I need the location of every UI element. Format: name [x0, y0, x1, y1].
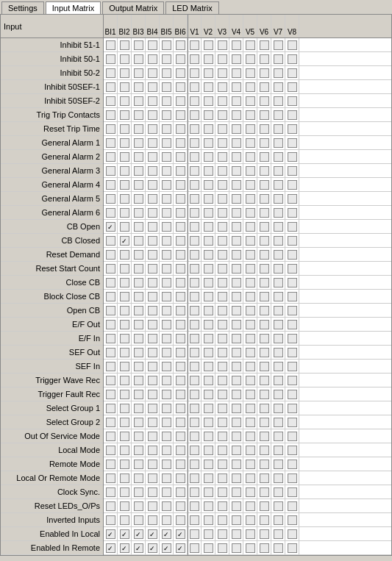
cell-r14-c6[interactable] [188, 234, 202, 248]
cell-r7-c12[interactable] [271, 136, 285, 150]
checkbox-r18-c5[interactable] [176, 292, 185, 301]
cell-r15-c11[interactable] [257, 248, 271, 262]
checkbox-r23-c5[interactable] [176, 362, 185, 371]
cell-r16-c4[interactable] [160, 262, 174, 276]
checkbox-r11-c4[interactable] [162, 194, 171, 204]
checkbox-r20-c3[interactable] [148, 320, 157, 329]
cell-r30-c9[interactable] [229, 457, 243, 471]
checkbox-r9-c7[interactable] [204, 166, 213, 176]
checkbox-r18-c0[interactable] [106, 292, 115, 301]
checkbox-r32-c0[interactable] [106, 487, 115, 497]
cell-r25-c3[interactable] [146, 387, 160, 401]
cell-r34-c2[interactable] [132, 513, 146, 527]
cell-r30-c0[interactable] [104, 457, 118, 471]
cell-r6-c11[interactable] [257, 122, 271, 136]
checkbox-r14-c11[interactable] [260, 236, 269, 246]
cell-r21-c12[interactable] [271, 332, 285, 346]
checkbox-r5-c8[interactable] [218, 110, 227, 120]
cell-r10-c6[interactable] [188, 178, 202, 192]
checkbox-r21-c9[interactable] [232, 334, 241, 343]
cell-r23-c3[interactable] [146, 360, 160, 374]
checkbox-r6-c9[interactable] [232, 124, 241, 134]
checkbox-r34-c13[interactable] [288, 515, 297, 525]
cell-r1-c5[interactable] [174, 52, 188, 66]
cell-r17-c11[interactable] [257, 276, 271, 290]
checkbox-r35-c4[interactable] [162, 529, 171, 539]
cell-r11-c2[interactable] [132, 192, 146, 206]
cell-r25-c4[interactable] [160, 387, 174, 401]
cell-r19-c5[interactable] [174, 304, 188, 318]
checkbox-r36-c6[interactable] [190, 543, 199, 553]
cell-r7-c8[interactable] [215, 136, 229, 150]
checkbox-r4-c0[interactable] [106, 96, 115, 106]
checkbox-r34-c6[interactable] [190, 515, 199, 525]
checkbox-r19-c3[interactable] [148, 306, 157, 315]
checkbox-r23-c2[interactable] [134, 362, 143, 371]
checkbox-r6-c8[interactable] [218, 124, 227, 134]
checkbox-r5-c3[interactable] [148, 110, 157, 120]
cell-r16-c10[interactable] [243, 262, 257, 276]
checkbox-r19-c13[interactable] [288, 306, 297, 315]
cell-r12-c13[interactable] [285, 206, 299, 220]
checkbox-r34-c12[interactable] [274, 515, 283, 525]
checkbox-r24-c10[interactable] [246, 376, 255, 385]
checkbox-r17-c10[interactable] [246, 278, 255, 287]
cell-r11-c8[interactable] [215, 192, 229, 206]
checkbox-r35-c0[interactable] [106, 529, 115, 539]
cell-r24-c0[interactable] [104, 374, 118, 387]
checkbox-r25-c8[interactable] [218, 390, 227, 399]
cell-r3-c11[interactable] [257, 80, 271, 94]
checkbox-r3-c4[interactable] [162, 82, 171, 92]
checkbox-r36-c3[interactable] [148, 543, 157, 553]
checkbox-r6-c10[interactable] [246, 124, 255, 134]
cell-r11-c0[interactable] [104, 192, 118, 206]
checkbox-r13-c0[interactable] [106, 222, 115, 232]
cell-r2-c9[interactable] [229, 66, 243, 80]
cell-r32-c5[interactable] [174, 485, 188, 499]
cell-r31-c5[interactable] [174, 471, 188, 485]
cell-r23-c8[interactable] [215, 360, 229, 374]
checkbox-r32-c8[interactable] [218, 487, 227, 497]
cell-r22-c3[interactable] [146, 346, 160, 360]
checkbox-r26-c9[interactable] [232, 404, 241, 413]
cell-r8-c8[interactable] [215, 150, 229, 164]
cell-r3-c4[interactable] [160, 80, 174, 94]
cell-r28-c13[interactable] [285, 429, 299, 443]
checkbox-r11-c13[interactable] [288, 194, 297, 204]
checkbox-r5-c0[interactable] [106, 110, 115, 120]
cell-r22-c12[interactable] [271, 346, 285, 360]
cell-r34-c3[interactable] [146, 513, 160, 527]
checkbox-r9-c6[interactable] [190, 166, 199, 176]
cell-r4-c4[interactable] [160, 94, 174, 108]
cell-r33-c0[interactable] [104, 499, 118, 513]
cell-r23-c9[interactable] [229, 360, 243, 374]
checkbox-r5-c6[interactable] [190, 110, 199, 120]
checkbox-r3-c11[interactable] [260, 82, 269, 92]
cell-r12-c8[interactable] [215, 206, 229, 220]
cell-r19-c2[interactable] [132, 304, 146, 318]
cell-r4-c12[interactable] [271, 94, 285, 108]
cell-r7-c9[interactable] [229, 136, 243, 150]
cell-r20-c0[interactable] [104, 318, 118, 332]
cell-r33-c8[interactable] [215, 499, 229, 513]
checkbox-r20-c5[interactable] [176, 320, 185, 329]
cell-r27-c2[interactable] [132, 415, 146, 429]
checkbox-r31-c8[interactable] [218, 474, 227, 483]
cell-r28-c5[interactable] [174, 429, 188, 443]
checkbox-r29-c5[interactable] [176, 446, 185, 455]
cell-r11-c10[interactable] [243, 192, 257, 206]
checkbox-r0-c13[interactable] [288, 40, 297, 50]
cell-r5-c11[interactable] [257, 108, 271, 122]
cell-r10-c0[interactable] [104, 178, 118, 192]
cell-r31-c11[interactable] [257, 471, 271, 485]
cell-r20-c11[interactable] [257, 318, 271, 332]
cell-r8-c9[interactable] [229, 150, 243, 164]
checkbox-r16-c10[interactable] [246, 264, 255, 274]
cell-r26-c4[interactable] [160, 401, 174, 415]
cell-r34-c10[interactable] [243, 513, 257, 527]
cell-r10-c11[interactable] [257, 178, 271, 192]
cell-r1-c1[interactable] [118, 52, 132, 66]
cell-r8-c6[interactable] [188, 150, 202, 164]
cell-r21-c9[interactable] [229, 332, 243, 346]
checkbox-r1-c9[interactable] [232, 54, 241, 64]
